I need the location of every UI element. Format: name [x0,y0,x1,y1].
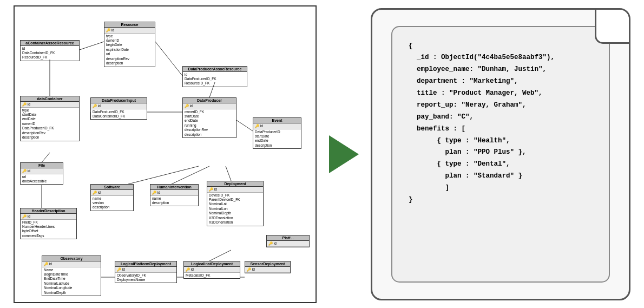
svg-line-8 [42,153,50,162]
document-inner: { _id : ObjectId("4c4ba5e5e8aabf3"), emp… [391,26,610,283]
svg-line-10 [172,166,209,184]
erd-diagram-panel: Resource 🔑 id typeownerIDbeginDateexpira… [14,5,317,303]
json-content: { _id : ObjectId("4c4ba5e5e8aabf3"), emp… [409,41,593,206]
table-file: File 🔑 id urldodsAccessible [20,162,63,185]
table-logicalInstDeployment: LogicalInstDeployment 🔑 id MetadataID_FK [183,261,240,279]
transform-arrow-container [322,135,365,173]
table-logicalPlatformDeployment: LogicalPlatformDeployment 🔑 id Observato… [115,261,177,284]
svg-line-9 [128,166,199,184]
table-humanIntervention: HumanIntervention 🔑 id namedescription [150,184,199,207]
svg-line-1 [155,42,182,76]
svg-line-15 [209,250,231,261]
json-document-panel: { _id : ObjectId("4c4ba5e5e8aabf3"), emp… [371,8,630,300]
svg-line-0 [80,42,104,50]
diagram-container: Resource 🔑 id typeownerIDbeginDateexpira… [20,12,310,297]
table-event: Event 🔑 id DataProducerIDstartDateendDat… [253,117,301,149]
table-platform: Platf... 🔑 id [266,235,310,247]
table-deployment: Deployment 🔑 id DeviceID_FKParentDeviceI… [207,181,264,226]
table-observatory: Observatory 🔑 id NameBeginDateTimeEndDat… [42,255,101,297]
svg-line-4 [236,120,253,131]
table-headerDescription: HeaderDescription 🔑 id FileID_FKNumberHe… [20,208,77,240]
table-dataProducerInput: DataProducerInput 🔑 id DataProducerID_FK… [90,97,147,120]
table-aContainerAssocResource: aContainerAssocResource idDataContainerI… [20,40,80,61]
table-dataContainer: dataContainer 🔑 id typestartDateendDateo… [20,96,80,141]
table-sensorDeployment: SensorDeployment 🔑 id [245,261,291,273]
table-resource: Resource 🔑 id typeownerIDbeginDateexpira… [104,22,155,67]
transform-arrow [329,135,359,173]
document-shape: { _id : ObjectId("4c4ba5e5e8aabf3"), emp… [371,8,630,300]
table-dataProducerAssocResource: DataProducerAssocResource idDataProducer… [182,66,247,87]
table-software: Software 🔑 id nameversiondescription [90,184,134,211]
table-dataProducer: DataProducer 🔑 id ownerID_FKstartDateend… [182,97,236,139]
svg-line-11 [226,166,231,181]
